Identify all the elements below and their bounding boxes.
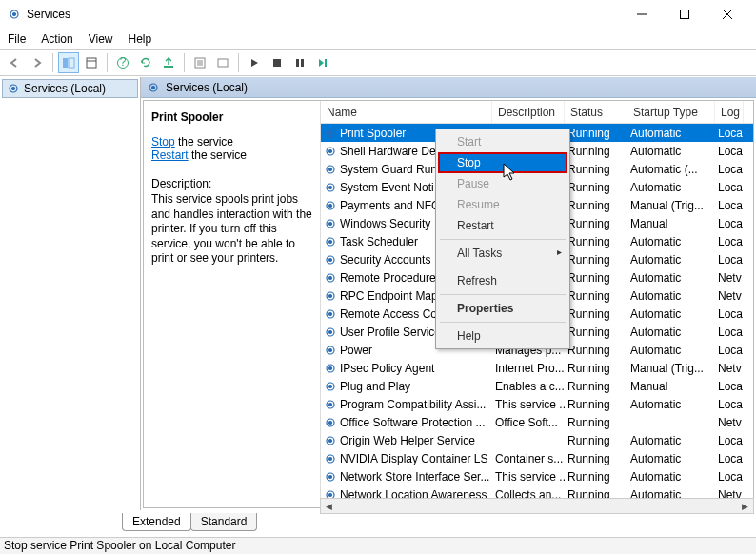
help-button[interactable]: ? bbox=[112, 52, 133, 73]
export-list-button[interactable] bbox=[81, 52, 102, 73]
detail-pane: Print Spooler Stop the service Restart t… bbox=[144, 101, 321, 507]
restart-service-line: Restart the service bbox=[151, 148, 312, 162]
svg-point-51 bbox=[329, 348, 332, 351]
svg-point-27 bbox=[329, 131, 332, 134]
col-status[interactable]: Status bbox=[565, 101, 627, 123]
cell-description bbox=[492, 440, 565, 442]
cell-status: Running bbox=[565, 126, 627, 141]
back-button[interactable] bbox=[4, 52, 25, 73]
ctx-sep bbox=[440, 294, 566, 295]
ctx-sep bbox=[440, 239, 566, 240]
service-row[interactable]: IPsec Policy AgentInternet Pro...Running… bbox=[321, 359, 753, 377]
cell-description: Internet Pro... bbox=[492, 361, 565, 376]
cell-startup: Automatic bbox=[627, 469, 715, 485]
svg-point-31 bbox=[329, 168, 332, 170]
stop-service-line: Stop the service bbox=[151, 135, 312, 148]
menu-view[interactable]: View bbox=[81, 30, 121, 48]
ctx-stop[interactable]: Stop bbox=[438, 152, 567, 173]
cell-logon: Loca bbox=[715, 379, 744, 394]
cell-startup: Manual bbox=[627, 216, 715, 231]
close-button[interactable] bbox=[706, 1, 748, 28]
cell-description: Container s... bbox=[492, 451, 565, 466]
svg-rect-17 bbox=[218, 59, 228, 67]
scroll-left-icon[interactable]: ◀ bbox=[321, 499, 337, 513]
services-icon bbox=[7, 82, 20, 95]
svg-rect-20 bbox=[301, 59, 304, 67]
menu-action[interactable]: Action bbox=[33, 30, 80, 48]
svg-point-47 bbox=[329, 312, 332, 315]
ctx-properties[interactable]: Properties bbox=[438, 298, 567, 319]
restart-link[interactable]: Restart bbox=[151, 148, 189, 162]
svg-rect-8 bbox=[87, 58, 96, 68]
cell-startup: Automatic bbox=[627, 234, 715, 249]
action-button[interactable] bbox=[212, 52, 233, 73]
cell-logon: Netv bbox=[715, 361, 744, 376]
svg-point-29 bbox=[329, 149, 332, 152]
cell-startup: Automatic bbox=[627, 252, 715, 267]
cell-status: Running bbox=[565, 361, 627, 376]
svg-point-1 bbox=[13, 13, 16, 16]
list-header: Name Description Status Startup Type Log bbox=[321, 101, 753, 124]
cell-name: Program Compatibility Assi... bbox=[321, 397, 492, 412]
export-button[interactable] bbox=[158, 52, 179, 73]
horizontal-scrollbar[interactable]: ◀ ▶ bbox=[320, 498, 754, 514]
cell-logon: Netv bbox=[715, 288, 744, 304]
cell-logon: Loca bbox=[715, 144, 744, 159]
start-service-button[interactable] bbox=[244, 52, 265, 73]
menu-file[interactable]: File bbox=[0, 30, 33, 48]
minimize-button[interactable] bbox=[620, 1, 663, 28]
col-description[interactable]: Description bbox=[492, 101, 565, 123]
cell-status: Running bbox=[565, 469, 627, 485]
show-hide-tree-button[interactable] bbox=[58, 52, 79, 73]
ctx-restart[interactable]: Restart bbox=[438, 215, 567, 236]
stop-service-button[interactable] bbox=[267, 52, 288, 73]
svg-point-61 bbox=[329, 439, 332, 442]
title-bar: Services bbox=[0, 0, 756, 29]
svg-rect-3 bbox=[680, 10, 688, 19]
pause-service-button[interactable] bbox=[289, 52, 310, 73]
ctx-sep bbox=[440, 322, 566, 323]
service-row[interactable]: Plug and PlayEnables a c...RunningManual… bbox=[321, 377, 753, 395]
tab-extended[interactable]: Extended bbox=[122, 513, 191, 531]
cell-logon: Loca bbox=[715, 216, 744, 231]
service-row[interactable]: Origin Web Helper ServiceRunningAutomati… bbox=[321, 431, 753, 449]
properties-button[interactable] bbox=[189, 52, 210, 73]
cell-startup: Manual (Trig... bbox=[627, 198, 715, 213]
cell-description: Enables a c... bbox=[492, 379, 565, 394]
menu-help[interactable]: Help bbox=[121, 30, 160, 48]
services-icon bbox=[147, 81, 160, 94]
main-area: Services (Local) Services (Local) Print … bbox=[0, 76, 756, 510]
menu-bar: File Action View Help bbox=[0, 29, 756, 49]
toolbar: ? bbox=[0, 49, 756, 76]
ctx-refresh[interactable]: Refresh bbox=[438, 270, 567, 291]
tree-root-item[interactable]: Services (Local) bbox=[2, 79, 138, 98]
svg-point-45 bbox=[329, 294, 332, 297]
forward-button[interactable] bbox=[27, 52, 48, 73]
cell-status: Running bbox=[565, 343, 627, 358]
service-row[interactable]: Office Software Protection ...Office Sof… bbox=[321, 413, 753, 431]
ctx-all-tasks[interactable]: All Tasks bbox=[438, 243, 567, 264]
status-bar: Stop service Print Spooler on Local Comp… bbox=[0, 537, 756, 554]
col-name[interactable]: Name bbox=[321, 101, 492, 123]
col-startup-type[interactable]: Startup Type bbox=[627, 101, 715, 123]
maximize-button[interactable] bbox=[663, 1, 706, 28]
cell-logon: Loca bbox=[715, 198, 744, 213]
cell-startup: Automatic bbox=[627, 144, 715, 159]
service-row[interactable]: Network Store Interface Ser...This servi… bbox=[321, 467, 753, 485]
tab-standard[interactable]: Standard bbox=[190, 513, 258, 531]
cell-status: Running bbox=[565, 325, 627, 340]
restart-service-button[interactable] bbox=[312, 52, 333, 73]
service-row[interactable]: NVIDIA Display Container LSContainer s..… bbox=[321, 449, 753, 467]
svg-point-37 bbox=[329, 222, 332, 225]
scroll-right-icon[interactable]: ▶ bbox=[737, 499, 753, 513]
ctx-help[interactable]: Help bbox=[438, 326, 567, 346]
cell-logon: Loca bbox=[715, 307, 744, 322]
service-row[interactable]: Program Compatibility Assi...This servic… bbox=[321, 395, 753, 413]
svg-point-35 bbox=[329, 204, 332, 207]
col-logon[interactable]: Log bbox=[715, 101, 744, 123]
refresh-button[interactable] bbox=[135, 52, 156, 73]
cell-name: Plug and Play bbox=[321, 379, 492, 394]
stop-link[interactable]: Stop bbox=[151, 135, 175, 148]
tree-root-label: Services (Local) bbox=[24, 82, 106, 95]
cell-startup: Manual bbox=[627, 379, 715, 394]
